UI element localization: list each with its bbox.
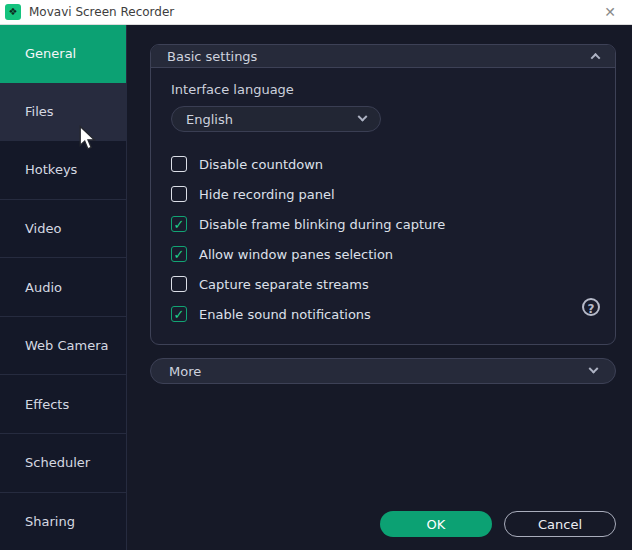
- sidebar-item-files[interactable]: Files: [0, 83, 126, 141]
- sidebar-item-label: General: [25, 46, 76, 61]
- chevron-down-icon: [358, 111, 368, 121]
- main-content: Basic settings Interface language Englis…: [127, 25, 632, 550]
- checkbox-label: Disable countdown: [199, 157, 323, 172]
- checkbox-row: Capture separate streams: [171, 269, 595, 299]
- checkbox-label: Enable sound notifications: [199, 307, 371, 322]
- checkbox-unchecked[interactable]: [171, 156, 187, 172]
- checkbox-unchecked[interactable]: [171, 276, 187, 292]
- sidebar-item-video[interactable]: Video: [0, 199, 126, 258]
- sidebar-item-label: Hotkeys: [25, 162, 77, 177]
- checkbox-row: Hide recording panel: [171, 179, 595, 209]
- check-icon: ✓: [174, 218, 185, 231]
- ok-button[interactable]: OK: [380, 511, 492, 537]
- sidebar: GeneralFilesHotkeysVideoAudioWeb CameraE…: [0, 25, 127, 550]
- check-icon: ✓: [174, 248, 185, 261]
- checkbox-checked[interactable]: ✓: [171, 306, 187, 322]
- checkbox-checked[interactable]: ✓: [171, 216, 187, 232]
- chevron-up-icon[interactable]: [591, 52, 601, 62]
- checkbox-label: Capture separate streams: [199, 277, 369, 292]
- basic-settings-title: Basic settings: [167, 49, 257, 64]
- sidebar-item-effects[interactable]: Effects: [0, 374, 126, 433]
- sidebar-item-label: Audio: [25, 280, 62, 295]
- cancel-button[interactable]: Cancel: [504, 511, 616, 537]
- close-icon[interactable]: ✕: [596, 0, 624, 24]
- sidebar-item-sharing[interactable]: Sharing: [0, 492, 126, 550]
- sidebar-item-label: Web Camera: [25, 338, 109, 353]
- basic-settings-panel: Basic settings Interface language Englis…: [150, 44, 616, 345]
- checkbox-unchecked[interactable]: [171, 186, 187, 202]
- app-logo-icon: ❖: [5, 4, 21, 20]
- sidebar-item-hotkeys[interactable]: Hotkeys: [0, 140, 126, 199]
- checkbox-list: Disable countdownHide recording panel✓Di…: [171, 149, 595, 329]
- checkbox-row: ✓Enable sound notifications: [171, 299, 595, 329]
- checkbox-label: Disable frame blinking during capture: [199, 217, 445, 232]
- sidebar-item-general[interactable]: General: [0, 25, 126, 83]
- check-icon: ✓: [174, 308, 185, 321]
- checkbox-row: Disable countdown: [171, 149, 595, 179]
- checkbox-checked[interactable]: ✓: [171, 246, 187, 262]
- app-window: ❖ Movavi Screen Recorder ✕ GeneralFilesH…: [0, 0, 632, 550]
- checkbox-label: Allow window panes selection: [199, 247, 393, 262]
- sidebar-item-scheduler[interactable]: Scheduler: [0, 433, 126, 492]
- interface-language-label: Interface language: [171, 82, 595, 97]
- titlebar: ❖ Movavi Screen Recorder ✕: [0, 0, 632, 25]
- checkbox-row: ✓Disable frame blinking during capture: [171, 209, 595, 239]
- window-title: Movavi Screen Recorder: [29, 5, 174, 19]
- chevron-down-icon[interactable]: [589, 363, 599, 373]
- more-section-header[interactable]: More: [150, 358, 616, 384]
- sidebar-item-label: Sharing: [25, 514, 75, 529]
- sidebar-item-label: Effects: [25, 397, 69, 412]
- mouse-cursor-icon: [79, 125, 96, 151]
- sidebar-item-label: Scheduler: [25, 455, 90, 470]
- more-label: More: [169, 364, 201, 379]
- help-icon[interactable]: ?: [582, 298, 600, 316]
- language-dropdown[interactable]: English: [171, 106, 381, 132]
- checkbox-row: ✓Allow window panes selection: [171, 239, 595, 269]
- checkbox-label: Hide recording panel: [199, 187, 335, 202]
- sidebar-item-web-camera[interactable]: Web Camera: [0, 316, 126, 375]
- language-dropdown-value: English: [186, 112, 233, 127]
- sidebar-item-label: Files: [25, 104, 54, 119]
- basic-settings-body: Interface language English Disable count…: [151, 68, 615, 329]
- sidebar-item-label: Video: [25, 221, 61, 236]
- sidebar-item-audio[interactable]: Audio: [0, 257, 126, 316]
- basic-settings-header[interactable]: Basic settings: [151, 45, 615, 68]
